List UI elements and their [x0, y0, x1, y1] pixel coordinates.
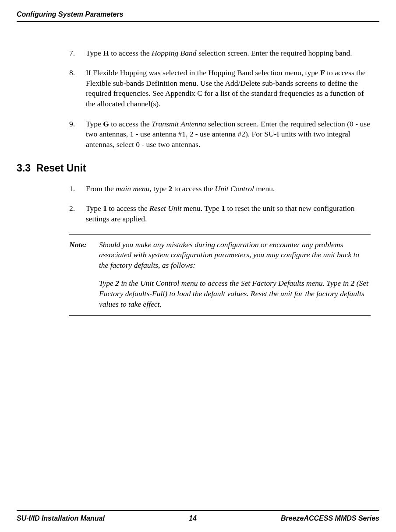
note-label: Note: [69, 240, 99, 310]
section-number: 3.3 [17, 162, 31, 174]
footer-right: BreezeACCESS MMDS Series [281, 514, 379, 523]
content-area: 7. Type H to access the Hopping Band sel… [17, 22, 379, 511]
list-number: 7. [69, 48, 86, 59]
section-heading: 3.3 Reset Unit [17, 161, 379, 175]
note-text: Should you make any mistakes during conf… [99, 240, 371, 310]
note-block: Note: Should you make any mistakes durin… [69, 234, 371, 316]
list-item: 2. Type 1 to access the Reset Unit menu.… [17, 203, 379, 224]
footer-page-number: 14 [189, 514, 197, 523]
note-paragraph: Should you make any mistakes during conf… [99, 240, 371, 271]
list-item: 9. Type G to access the Transmit Antenna… [17, 119, 379, 150]
list-text: Type 1 to access the Reset Unit menu. Ty… [86, 203, 379, 224]
section-title: Reset Unit [36, 162, 86, 174]
list-text: Type G to access the Transmit Antenna se… [86, 119, 379, 150]
list-number: 1. [69, 184, 86, 194]
list-number: 8. [69, 68, 86, 109]
list-item: 7. Type H to access the Hopping Band sel… [17, 48, 379, 59]
note-paragraph: Type 2 in the Unit Control menu to acces… [99, 278, 371, 309]
list-item: 1. From the main menu, type 2 to access … [17, 184, 379, 194]
list-item: 8. If Flexible Hopping was selected in t… [17, 68, 379, 109]
bottom-ordered-list: 1. From the main menu, type 2 to access … [17, 184, 379, 224]
top-ordered-list: 7. Type H to access the Hopping Band sel… [17, 48, 379, 150]
list-text: Type H to access the Hopping Band select… [86, 48, 379, 59]
list-text: If Flexible Hopping was selected in the … [86, 68, 379, 109]
footer-left: SU-I/ID Installation Manual [17, 514, 105, 523]
list-text: From the main menu, type 2 to access the… [86, 184, 379, 194]
list-number: 9. [69, 119, 86, 150]
page-header: Configuring System Parameters [17, 10, 379, 22]
list-number: 2. [69, 203, 86, 224]
page-footer: SU-I/ID Installation Manual 14 BreezeACC… [17, 510, 379, 532]
